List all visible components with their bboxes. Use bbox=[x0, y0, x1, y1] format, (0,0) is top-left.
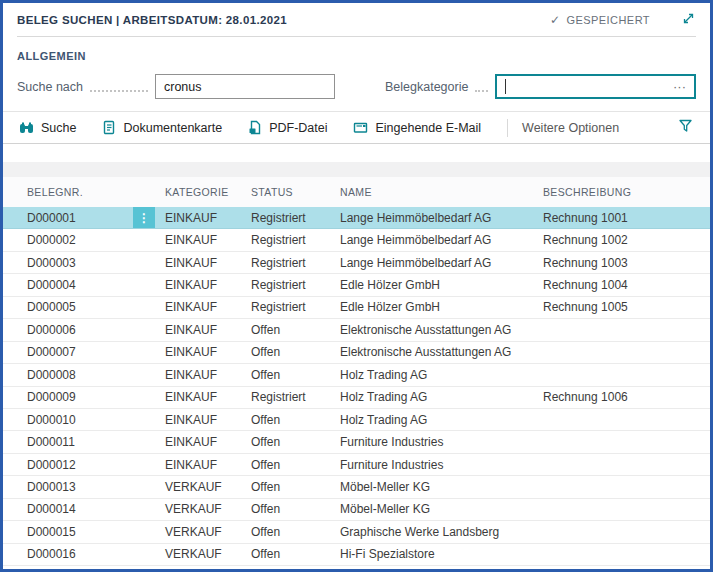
table-row[interactable]: D000003EINKAUFRegistriertLange Heimmöbel… bbox=[3, 252, 710, 274]
row-menu-button bbox=[133, 454, 155, 475]
row-menu-button bbox=[133, 544, 155, 565]
row-menu-button bbox=[133, 229, 155, 250]
cell-belegnr: D000004 bbox=[3, 278, 133, 292]
cell-status: Offen bbox=[251, 345, 340, 359]
cell-belegnr: D000002 bbox=[3, 233, 133, 247]
row-menu-button[interactable]: ⋮ bbox=[133, 207, 155, 228]
cell-belegnr: D000016 bbox=[3, 547, 133, 561]
text-cursor bbox=[505, 79, 506, 94]
table-row[interactable]: D000016VERKAUFOffenHi-Fi Spezialstore bbox=[3, 544, 710, 566]
table-row[interactable]: D000005EINKAUFRegistriertEdle Hölzer Gmb… bbox=[3, 297, 710, 319]
cell-name: Elektronische Ausstattungen AG bbox=[340, 345, 543, 359]
cell-name: Elektronische Ausstattungen AG bbox=[340, 323, 543, 337]
cell-beschreibung: Rechnung 1003 bbox=[543, 256, 710, 270]
cell-kategorie: EINKAUF bbox=[155, 300, 251, 314]
column-header-name[interactable]: NAME bbox=[340, 186, 543, 198]
cell-status: Offen bbox=[251, 547, 340, 561]
table-row[interactable]: D000006EINKAUFOffenElektronische Ausstat… bbox=[3, 319, 710, 341]
cell-name: Holz Trading AG bbox=[340, 413, 543, 427]
cell-status: Offen bbox=[251, 323, 340, 337]
cell-name: Möbel-Meller KG bbox=[340, 502, 543, 516]
cell-kategorie: EINKAUF bbox=[155, 413, 251, 427]
table-row[interactable]: D000008EINKAUFOffenHolz Trading AG bbox=[3, 364, 710, 386]
cell-kategorie: VERKAUF bbox=[155, 480, 251, 494]
column-header-status[interactable]: STATUS bbox=[251, 186, 340, 198]
table-header: BELEGNR. KATEGORIE STATUS NAME BESCHREIB… bbox=[3, 177, 710, 207]
cell-belegnr: D000010 bbox=[3, 413, 133, 427]
cell-belegnr: D000009 bbox=[3, 390, 133, 404]
cell-belegnr: D000012 bbox=[3, 458, 133, 472]
row-menu-button bbox=[133, 476, 155, 497]
cell-status: Registriert bbox=[251, 278, 340, 292]
expand-window-button[interactable] bbox=[680, 12, 696, 28]
row-menu-button bbox=[133, 252, 155, 273]
titlebar: BELEG SUCHEN | ARBEITSDATUM: 28.01.2021 … bbox=[3, 3, 710, 36]
search-input[interactable]: cronus bbox=[155, 74, 335, 99]
document-card-icon bbox=[102, 120, 116, 135]
cell-name: Möbel-Meller KG bbox=[340, 480, 543, 494]
cell-belegnr: D000014 bbox=[3, 502, 133, 516]
weitere-optionen-button[interactable]: Weitere Optionen bbox=[522, 121, 619, 135]
cell-status: Offen bbox=[251, 368, 340, 382]
action-eingehende-email[interactable]: Eingehende E-Mail bbox=[353, 121, 481, 135]
row-menu-button bbox=[133, 364, 155, 385]
cell-status: Registriert bbox=[251, 256, 340, 270]
cell-name: Furniture Industries bbox=[340, 458, 543, 472]
cell-belegnr: D000001 bbox=[3, 211, 133, 225]
cell-kategorie: EINKAUF bbox=[155, 435, 251, 449]
row-menu-button bbox=[133, 319, 155, 340]
cell-kategorie: VERKAUF bbox=[155, 525, 251, 539]
category-field-label: Belegkategorie bbox=[385, 80, 468, 94]
cell-name: Furniture Industries bbox=[340, 435, 543, 449]
cell-kategorie: EINKAUF bbox=[155, 390, 251, 404]
table-row[interactable]: D000013VERKAUFOffenMöbel-Meller KG bbox=[3, 476, 710, 498]
cell-name: Graphische Werke Landsberg bbox=[340, 525, 543, 539]
table-row[interactable]: D000002EINKAUFRegistriertLange Heimmöbel… bbox=[3, 229, 710, 251]
table-row[interactable]: D000007EINKAUFOffenElektronische Ausstat… bbox=[3, 342, 710, 364]
table-row[interactable]: D000010EINKAUFOffenHolz Trading AG bbox=[3, 409, 710, 431]
cell-kategorie: EINKAUF bbox=[155, 211, 251, 225]
cell-belegnr: D000005 bbox=[3, 300, 133, 314]
cell-kategorie: EINKAUF bbox=[155, 256, 251, 270]
table-row[interactable]: D000004EINKAUFRegistriertEdle Hölzer Gmb… bbox=[3, 274, 710, 296]
filter-button[interactable] bbox=[676, 119, 694, 137]
cell-status: Offen bbox=[251, 413, 340, 427]
cell-kategorie: EINKAUF bbox=[155, 323, 251, 337]
row-menu-button bbox=[133, 274, 155, 295]
ellipsis-lookup-icon[interactable]: ··· bbox=[673, 82, 686, 92]
table-row[interactable]: D000015VERKAUFOffenGraphische Werke Land… bbox=[3, 521, 710, 543]
search-input-value: cronus bbox=[164, 80, 202, 94]
row-menu-button bbox=[133, 431, 155, 452]
incoming-email-icon bbox=[353, 121, 368, 134]
cell-kategorie: VERKAUF bbox=[155, 547, 251, 561]
expand-icon bbox=[682, 11, 695, 29]
cell-belegnr: D000011 bbox=[3, 435, 133, 449]
saved-status: ✓ GESPEICHERT bbox=[550, 13, 650, 27]
row-menu-button bbox=[133, 387, 155, 408]
action-dokumentenkarte[interactable]: Dokumentenkarte bbox=[102, 120, 222, 135]
cell-belegnr: D000015 bbox=[3, 525, 133, 539]
cell-status: Registriert bbox=[251, 211, 340, 225]
table-row[interactable]: D000014VERKAUFOffenMöbel-Meller KG bbox=[3, 499, 710, 521]
table-row[interactable]: D000011EINKAUFOffenFurniture Industries bbox=[3, 431, 710, 453]
category-input[interactable]: ··· bbox=[495, 74, 696, 99]
table-row[interactable]: D000012EINKAUFOffenFurniture Industries bbox=[3, 454, 710, 476]
cell-kategorie: EINKAUF bbox=[155, 368, 251, 382]
table-row[interactable]: D000001⋮EINKAUFRegistriertLange Heimmöbe… bbox=[3, 207, 710, 229]
action-suche[interactable]: Suche bbox=[19, 121, 76, 135]
column-header-kategorie[interactable]: KATEGORIE bbox=[155, 186, 251, 198]
filter-funnel-icon bbox=[678, 118, 693, 137]
cell-status: Offen bbox=[251, 480, 340, 494]
cell-status: Registriert bbox=[251, 390, 340, 404]
action-separator bbox=[507, 119, 508, 137]
cell-beschreibung: Rechnung 1001 bbox=[543, 211, 710, 225]
row-menu-button bbox=[133, 409, 155, 430]
cell-status: Offen bbox=[251, 502, 340, 516]
cell-status: Offen bbox=[251, 525, 340, 539]
column-header-belegnr[interactable]: BELEGNR. bbox=[3, 186, 133, 198]
action-pdf-datei[interactable]: PDF-Datei bbox=[248, 120, 327, 135]
column-header-beschreibung[interactable]: BESCHREIBUNG bbox=[543, 186, 710, 198]
table-row[interactable]: D000009EINKAUFRegistriertHolz Trading AG… bbox=[3, 387, 710, 409]
row-menu-button bbox=[133, 521, 155, 542]
cell-name: Lange Heimmöbelbedarf AG bbox=[340, 256, 543, 270]
